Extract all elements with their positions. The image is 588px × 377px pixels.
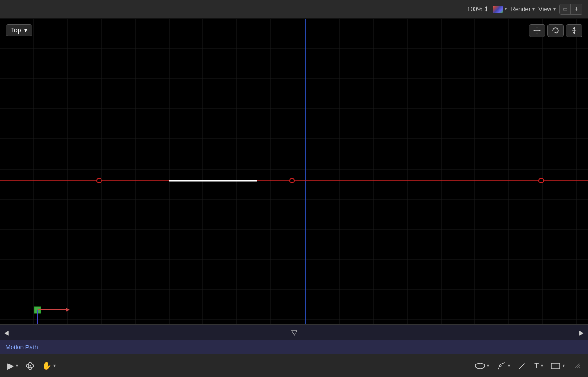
timeline-marker[interactable]: ▽	[291, 328, 297, 337]
hand-chevron: ▾	[53, 363, 56, 368]
window-btn-1[interactable]: ▭	[560, 4, 571, 14]
svg-point-30	[290, 178, 294, 183]
svg-point-51	[30, 365, 31, 366]
rect-icon	[550, 362, 561, 370]
pen-chevron: ▾	[508, 363, 510, 368]
oval-chevron: ▾	[487, 363, 489, 368]
orbit-btn[interactable]	[25, 361, 35, 371]
view-label: View	[538, 6, 551, 13]
text-icon: T	[534, 362, 539, 370]
color-palette-button[interactable]: ▾	[493, 6, 507, 13]
canvas-scale-btn[interactable]	[566, 24, 582, 37]
svg-rect-56	[551, 363, 560, 369]
timeline-bar: ◀ ▽ ▶	[0, 324, 588, 340]
canvas-controls	[529, 24, 582, 37]
render-label: Render	[511, 6, 531, 13]
svg-marker-46	[573, 27, 575, 29]
view-dropdown-label: Top	[11, 26, 21, 34]
resize-corner[interactable]	[572, 361, 581, 371]
top-toolbar: 100% ⬍ ▾ Render ▾ View ▾ ▭ ⬍	[0, 0, 588, 19]
view-dropdown[interactable]: Top ▾	[6, 24, 32, 36]
svg-marker-42	[533, 30, 535, 31]
window-controls: ▭ ⬍	[559, 4, 582, 15]
canvas-rotate-btn[interactable]	[547, 24, 564, 37]
rect-chevron: ▾	[563, 363, 565, 368]
svg-point-31	[539, 178, 544, 183]
render-menu[interactable]: Render ▾	[511, 6, 535, 13]
rect-btn[interactable]: ▾	[550, 362, 565, 370]
draw-btn[interactable]	[518, 361, 527, 371]
oval-btn[interactable]: ▾	[475, 362, 489, 370]
oval-icon	[475, 362, 485, 370]
window-btn-2[interactable]: ⬍	[571, 4, 582, 14]
pen-btn[interactable]: ▾	[497, 361, 510, 371]
svg-point-52	[475, 363, 485, 369]
bottom-toolbar: ▶ ▾ ✋ ▾ ▾ ▾	[0, 354, 588, 377]
pen-icon	[497, 361, 506, 371]
text-chevron: ▾	[541, 363, 543, 368]
svg-point-53	[499, 365, 501, 367]
svg-marker-40	[536, 27, 538, 28]
text-btn[interactable]: T ▾	[534, 362, 543, 370]
orbit-icon	[25, 361, 35, 371]
render-chevron: ▾	[532, 6, 535, 12]
color-palette-chevron: ▾	[505, 6, 507, 12]
timeline-end-btn[interactable]: ▶	[579, 329, 584, 336]
svg-line-54	[519, 363, 525, 369]
color-swatch-icon	[493, 6, 503, 13]
play-btn[interactable]: ▶ ▾	[7, 361, 18, 371]
canvas-move-btn[interactable]	[529, 24, 545, 37]
play-chevron: ▾	[16, 363, 18, 368]
resize-icon	[572, 361, 581, 369]
svg-marker-41	[536, 33, 538, 34]
svg-marker-47	[573, 32, 575, 34]
motion-path-label: Motion Path	[6, 344, 38, 351]
motion-path-bar: Motion Path	[0, 340, 588, 354]
timeline-start-btn[interactable]: ◀	[4, 329, 9, 336]
zoom-chevron: ⬍	[484, 6, 489, 13]
hand-btn[interactable]: ✋ ▾	[42, 361, 56, 370]
zoom-value: 100%	[467, 6, 482, 13]
zoom-control[interactable]: 100% ⬍	[467, 6, 489, 13]
svg-point-29	[97, 178, 101, 183]
svg-marker-43	[539, 30, 541, 31]
view-menu[interactable]: View ▾	[538, 6, 556, 13]
shape-tools: ▾ ▾ T ▾ ▾	[475, 361, 565, 371]
view-chevron: ▾	[553, 6, 556, 12]
canvas-area[interactable]: Top ▾	[0, 19, 588, 324]
draw-icon	[518, 361, 527, 371]
svg-line-59	[579, 367, 580, 368]
grid-svg	[0, 19, 588, 324]
play-icon: ▶	[7, 361, 14, 371]
hand-icon: ✋	[42, 361, 51, 370]
view-dropdown-chevron: ▾	[24, 26, 27, 34]
